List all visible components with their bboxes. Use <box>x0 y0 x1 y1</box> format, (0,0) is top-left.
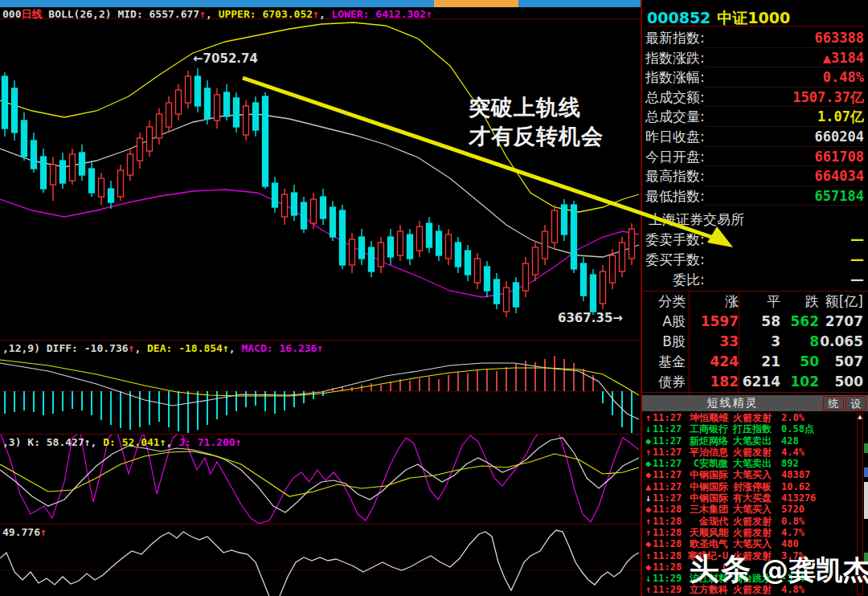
spirit-list-item[interactable]: ↓11:27中钢国际有大买盘413276 <box>644 492 856 504</box>
triangle-icon: ▲ <box>644 481 653 492</box>
table-cell: 424 <box>689 352 739 372</box>
alert-value: 5720 <box>781 504 856 515</box>
table-cell: 1597 <box>689 312 739 332</box>
diamond-icon: ◆ <box>644 435 653 447</box>
alert-time: 11:27 <box>653 481 682 492</box>
header-segment: ↑ <box>235 436 242 448</box>
watermark-brand: 头条 <box>690 552 752 586</box>
up-icon: ↑ <box>644 550 653 561</box>
table-header-row: 分类涨平跌额[亿] <box>642 292 868 312</box>
stock-name: 工商银行 <box>682 423 733 435</box>
table-cell: 562 <box>780 312 819 332</box>
sub-panel-divider <box>0 524 641 525</box>
down-icon: ↓ <box>644 492 653 504</box>
alert-type: 有大买盘 <box>733 492 781 504</box>
alert-time: 11:27 <box>653 412 682 423</box>
right-edge-fragment <box>864 443 868 453</box>
quote-row: 最高指数:664034 <box>645 166 864 186</box>
header-segment: ↑ <box>223 342 229 354</box>
header-segment: MACD: 16.236 <box>241 342 317 354</box>
order-row: 委买手数:— <box>645 250 864 270</box>
spirit-list-item[interactable]: ↓11:27工商银行打压指数0.58点 <box>644 423 856 435</box>
diamond-icon: ◆ <box>644 538 653 549</box>
stock-name: 平治信息 <box>682 447 733 458</box>
quote-panel: 000852中证1000 最新指数:663388指数涨跌:▲3184指数涨幅:0… <box>641 0 868 596</box>
spirit-list-item[interactable]: ↑11:28金现代火箭发射0.8% <box>644 516 856 527</box>
spirit-list-item[interactable]: ↑11:27坤恒顺维火箭发射2.0% <box>644 412 856 423</box>
header-segment: DEA: -18.854 <box>147 342 223 354</box>
order-row: 委卖手数:— <box>645 230 864 250</box>
spirit-list-item[interactable]: ↑11:28天顺风能火箭发射4.7% <box>644 527 856 538</box>
quote-rows: 最新指数:663388指数涨跌:▲3184指数涨幅:0.48%总成交额:1507… <box>645 28 864 206</box>
settings-button[interactable]: 设 <box>845 396 866 410</box>
alert-value: 10.62 <box>781 481 856 492</box>
spirit-list-item[interactable]: ◆11:27新炬网络大笔卖出428 <box>644 435 856 447</box>
alert-type: 打压指数 <box>733 423 781 435</box>
header-segment: BOLL(26,2) MID: 6557.677 <box>42 8 199 20</box>
alert-value: 4.4% <box>781 447 856 458</box>
spirit-list-item[interactable]: ◆11:27C安凯微大笔卖出892 <box>644 458 856 469</box>
spirit-list-item[interactable]: ↑11:27平治信息火箭发射4.4% <box>644 447 856 458</box>
sub-indicator-label: 49.776↑ <box>2 526 47 537</box>
scroll-up-icon[interactable]: ▲ <box>858 414 862 420</box>
active-tab-highlight[interactable] <box>434 0 518 7</box>
table-row: 债券1826214102500 <box>642 372 868 392</box>
peak-price-label: ←7052.74 <box>193 51 258 66</box>
up-icon: ↑ <box>644 527 653 538</box>
trading-terminal: 000日线 BOLL(26,2) MID: 6557.677↑, UPPER: … <box>0 0 868 596</box>
quote-row: 总成交量:1.07亿 <box>645 107 864 127</box>
up-icon: ↑ <box>644 412 653 423</box>
diamond-icon: ◆ <box>644 458 653 469</box>
spirit-toolbar: 短线精灵 统 设 <box>642 395 868 411</box>
spirit-list-item[interactable]: ◆11:28欧圣电气大笔买入480 <box>644 538 856 549</box>
quote-row: 最新指数:663388 <box>645 28 864 48</box>
stock-name: 三木集团 <box>682 504 733 515</box>
diamond-icon: ◆ <box>644 561 653 573</box>
table-cell: 50 <box>780 352 819 372</box>
alert-type: 火箭发射 <box>733 447 781 458</box>
spirit-list-item[interactable]: ▲11:27中钢国际封涨停板10.62 <box>644 481 856 492</box>
alert-type: 火箭发射 <box>733 412 781 423</box>
stock-name: 中钢国际 <box>682 481 733 492</box>
alert-value: 480 <box>781 538 856 549</box>
watermark-handle: @龚凯杰 <box>761 553 868 586</box>
alert-time: 11:28 <box>653 538 682 549</box>
order-rows: 委卖手数:—委买手数:—委比:— <box>645 230 864 290</box>
table-header-cell: 分类 <box>642 292 689 312</box>
index-code: 000852 <box>647 9 710 27</box>
header-segment: 日线 <box>21 8 42 20</box>
quote-row: 最低指数:657184 <box>645 186 864 206</box>
alert-type: 大笔买入 <box>733 504 781 515</box>
sub-indicator-chart <box>0 524 641 596</box>
diamond-icon: ◆ <box>644 469 653 480</box>
header-segment: LOWER: 6412.302 <box>332 8 426 20</box>
table-cell: 102 <box>780 372 819 392</box>
quote-row: 昨日收盘:660204 <box>645 127 864 147</box>
stock-name: C安凯微 <box>682 458 733 469</box>
stock-name: 中钢国际 <box>682 492 733 504</box>
stock-name: 坤恒顺维 <box>682 412 733 423</box>
spirit-list-item[interactable]: ◆11:27中钢国际大笔买入48387 <box>644 469 856 480</box>
alert-type: 大笔卖出 <box>733 458 781 469</box>
alert-time: 11:28 <box>653 561 682 573</box>
stats-button[interactable]: 统 <box>823 396 844 410</box>
table-row: 基金4242150507 <box>642 352 868 372</box>
index-title: 000852中证1000 <box>647 8 863 27</box>
table-cell: 182 <box>689 372 739 392</box>
table-col-divider-2 <box>739 291 739 394</box>
table-cell: 507 <box>819 352 868 372</box>
spirit-list-item[interactable]: ◆11:28三木集团大笔买入5720 <box>644 504 856 515</box>
alert-time: 11:27 <box>653 469 682 480</box>
header-segment: D: 52.041 <box>103 436 159 448</box>
up-icon: ↑ <box>644 447 653 458</box>
up-icon: ↑ <box>644 516 653 527</box>
alert-value: 892 <box>781 458 856 469</box>
market-breadth-table: 分类涨平跌额[亿]A股1597585622707B股33380.065基金424… <box>642 291 868 393</box>
top-tab-bar[interactable] <box>0 0 641 7</box>
header-segment: , <box>91 436 104 448</box>
alert-time: 11:27 <box>653 458 682 469</box>
quote-row: 总成交额:1507.37亿 <box>645 88 864 108</box>
macd-panel-divider <box>0 340 641 341</box>
alert-value: 4.7% <box>781 527 856 538</box>
stock-name: 新炬网络 <box>682 435 733 447</box>
